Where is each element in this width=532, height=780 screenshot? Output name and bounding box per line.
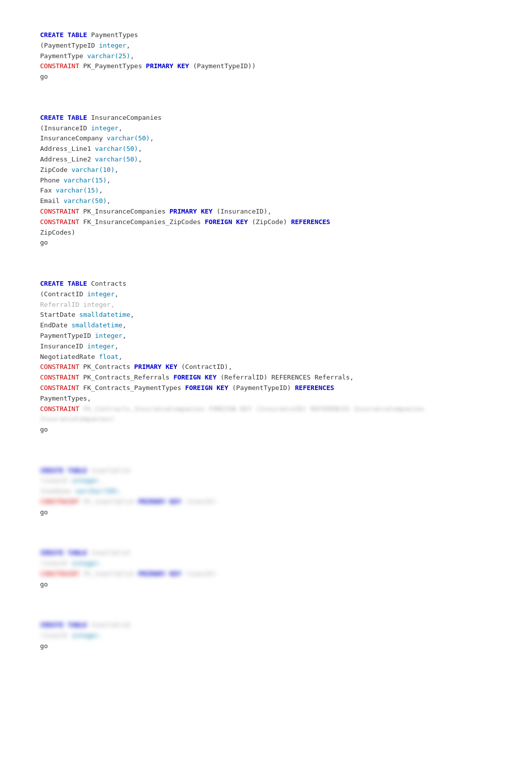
line: go — [40, 642, 48, 650]
line: InsuranceCompany varchar(50), — [40, 134, 154, 142]
line: Fax varchar(15), — [40, 186, 103, 194]
block-blurred-2: CREATE TABLE SomeTable5 (SomeID integer,… — [40, 538, 502, 590]
line: (InsuranceID integer, — [40, 124, 122, 132]
line: go — [40, 73, 48, 80]
line: go — [40, 426, 48, 433]
block-insurancecompanies: CREATE TABLE InsuranceCompanies (Insuran… — [40, 102, 502, 248]
line: InsuranceID integer, — [40, 342, 119, 350]
line: PaymentTypeID integer, — [40, 332, 126, 339]
line: NegotiatedRate float, — [40, 353, 122, 360]
line: (ContractID integer, — [40, 290, 119, 298]
line: CONSTRAINT FK_Contracts_PaymentTypes FOR… — [40, 384, 334, 392]
line: CONSTRAINT FK_InsuranceCompanies_ZipCode… — [40, 218, 330, 226]
line: Email varchar(50), — [40, 197, 111, 205]
line: PaymentTypes, — [40, 395, 91, 402]
block-blurred-3: CREATE TABLE SomeTable6 (SomeID integer,… — [40, 610, 502, 652]
line: CONSTRAINT PK_Contracts_Referrals FOREIG… — [40, 373, 354, 381]
line: CONSTRAINT FK_Contracts_InsuranceCompani… — [40, 405, 424, 413]
line: CREATE TABLE Contracts — [40, 280, 126, 287]
line: (PaymentTypeID integer, — [40, 42, 130, 49]
line: InsuranceCompanies) — [40, 415, 115, 423]
line: CREATE TABLE InsuranceCompanies — [40, 114, 162, 121]
line: go — [40, 580, 48, 588]
block-paymenttypes: CREATE TABLE PaymentTypes (PaymentTypeID… — [40, 30, 502, 82]
line: CONSTRAINT PK_PaymentTypes PRIMARY KEY (… — [40, 62, 256, 70]
line: CONSTRAINT PK_Contracts PRIMARY KEY (Con… — [40, 363, 232, 370]
line: CREATE TABLE PaymentTypes — [40, 31, 138, 39]
line: ReferralID integer, — [40, 301, 115, 308]
code-editor: CREATE TABLE PaymentTypes (PaymentTypeID… — [40, 30, 502, 652]
line: Address_Line2 varchar(50), — [40, 155, 142, 163]
line: CONSTRAINT PK_InsuranceCompanies PRIMARY… — [40, 208, 272, 215]
line: StartDate smalldatetime, — [40, 311, 134, 318]
line: Address_Line1 varchar(50), — [40, 145, 142, 152]
line: EndDate smalldatetime, — [40, 321, 126, 329]
line: ZipCode varchar(10), — [40, 166, 119, 173]
line: Phone varchar(15), — [40, 176, 111, 184]
block-contracts: CREATE TABLE Contracts (ContractID integ… — [40, 268, 502, 435]
line: go — [40, 239, 48, 246]
line: ZipCodes) — [40, 229, 75, 236]
line: PaymentType varchar(25), — [40, 52, 134, 60]
line: go — [40, 508, 48, 516]
block-blurred-1: CREATE TABLE SomeTable4 (SomeID integer,… — [40, 455, 502, 518]
